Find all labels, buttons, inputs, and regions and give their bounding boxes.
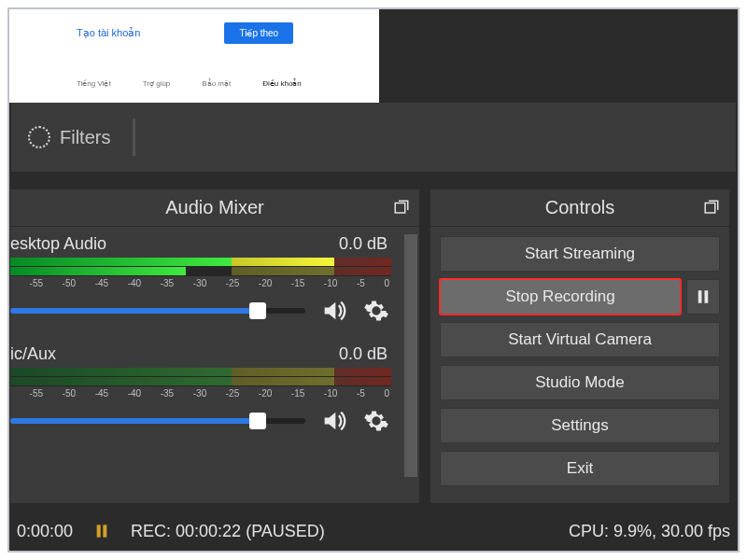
channel-name: esktop Audio (10, 234, 106, 254)
settings-button[interactable]: Settings (440, 408, 720, 443)
mixer-channel: ic/Aux 0.0 dB -55-50-45-40-35-30-25-20-1… (10, 344, 410, 436)
svg-rect-3 (705, 290, 709, 303)
filters-toolbar: Filters (11, 103, 736, 172)
level-meter (10, 368, 391, 386)
scrollbar[interactable] (404, 234, 417, 477)
panel-title: Controls (545, 197, 614, 218)
panels-row: Audio Mixer esktop Audio 0.0 dB (9, 183, 738, 510)
gear-icon[interactable] (361, 406, 391, 436)
recording-status: REC: 00:00:22 (PAUSED) (131, 522, 325, 541)
status-bar: 0:00:00 REC: 00:00:22 (PAUSED) CPU: 9.9%… (9, 511, 738, 551)
controls-panel: Controls Start Streaming Stop Recording … (430, 189, 730, 504)
toolbar-divider (133, 119, 135, 156)
filters-button[interactable]: Filters (11, 126, 133, 148)
panel-header: Controls (430, 189, 729, 227)
loading-spinner-icon (28, 126, 50, 148)
popout-icon[interactable] (393, 199, 410, 216)
popout-icon[interactable] (703, 199, 720, 216)
preview-thumbnail: Tạo tài khoản Tiếp theo Tiếng Việt Trợ g… (9, 7, 379, 103)
app-frame: Tạo tài khoản Tiếp theo Tiếng Việt Trợ g… (7, 7, 740, 553)
svg-rect-4 (97, 525, 101, 537)
svg-rect-2 (698, 290, 702, 303)
start-streaming-button[interactable]: Start Streaming (440, 236, 720, 272)
pause-icon (93, 522, 110, 540)
panel-header: Audio Mixer (10, 189, 419, 227)
cpu-status: CPU: 9.9%, 30.00 fps (569, 522, 730, 541)
preview-footer-item: Bảo mật (202, 79, 231, 88)
volume-slider[interactable] (10, 308, 305, 314)
svg-rect-0 (395, 203, 405, 214)
pause-recording-button[interactable] (686, 279, 720, 315)
preview-link: Tạo tài khoản (77, 27, 140, 39)
svg-rect-5 (103, 525, 106, 537)
channel-name: ic/Aux (10, 344, 56, 364)
channel-db: 0.0 dB (339, 344, 388, 364)
meter-ticks: -55-50-45-40-35-30-25-20-15-10-50 (10, 278, 391, 288)
live-timer: 0:00:00 (17, 522, 73, 541)
start-virtual-camera-button[interactable]: Start Virtual Camera (440, 322, 720, 357)
panel-title: Audio Mixer (165, 197, 264, 218)
audio-mixer-panel: Audio Mixer esktop Audio 0.0 dB (9, 189, 420, 504)
preview-footer-lang: Tiếng Việt (77, 79, 111, 88)
mixer-channel: esktop Audio 0.0 dB -55-50-45-40-35-30-2… (10, 234, 410, 326)
gear-icon[interactable] (361, 296, 391, 326)
channel-db: 0.0 dB (339, 234, 388, 254)
speaker-icon[interactable] (318, 296, 348, 326)
level-meter (10, 258, 391, 276)
preview-footer-item: Điều khoản (262, 79, 302, 88)
meter-ticks: -55-50-45-40-35-30-25-20-15-10-50 (10, 388, 391, 399)
studio-mode-button[interactable]: Studio Mode (440, 365, 720, 400)
speaker-icon[interactable] (318, 406, 348, 436)
preview-footer-item: Trợ giúp (143, 79, 171, 88)
preview-primary-button: Tiếp theo (224, 22, 293, 44)
svg-rect-1 (705, 203, 715, 214)
exit-button[interactable]: Exit (440, 451, 720, 486)
stop-recording-button[interactable]: Stop Recording (440, 279, 681, 315)
volume-slider[interactable] (10, 418, 305, 424)
filters-label: Filters (60, 127, 110, 148)
